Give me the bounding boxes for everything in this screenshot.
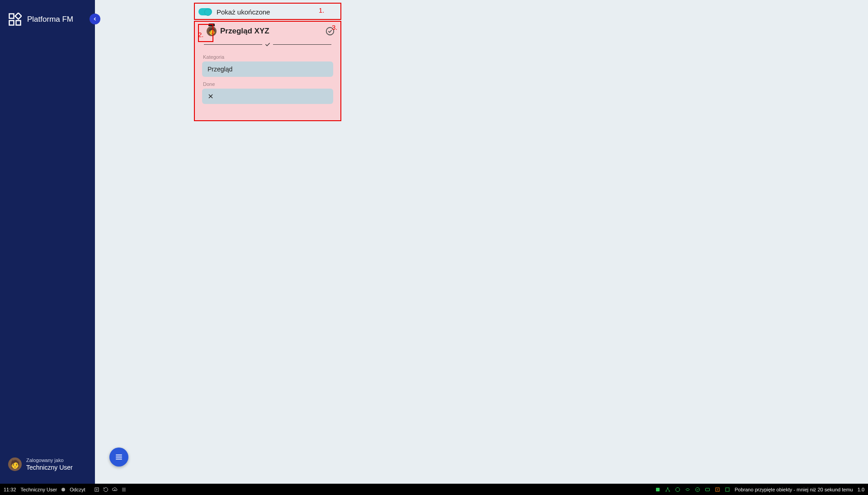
annotation-label-3: 3.: [332, 24, 338, 31]
status-dot-icon: [61, 488, 65, 491]
svg-line-21: [668, 488, 670, 490]
annotation-box-card: [194, 21, 341, 121]
sidebar-collapse-button[interactable]: [90, 14, 100, 24]
fab-menu-button[interactable]: [109, 448, 128, 467]
svg-rect-1: [9, 21, 14, 25]
logged-in-as-label: Zalogowany jako: [26, 457, 73, 463]
user-avatar-icon: 🧑: [8, 457, 22, 471]
status-bar: 11:32 Techniczny User Odczyt Pobrano prz…: [0, 484, 868, 495]
app-title: Platforma FM: [27, 15, 73, 24]
status-icon-5: [695, 487, 700, 492]
status-time: 11:32: [4, 487, 16, 492]
status-icon-8: [725, 487, 730, 492]
annotation-label-2: 2.: [198, 31, 204, 38]
svg-line-20: [666, 488, 668, 490]
logged-in-user-name: Techniczny User: [26, 464, 73, 471]
sidebar: Platforma FM 🧑 Zalogowany jako Techniczn…: [0, 0, 95, 484]
svg-point-19: [669, 490, 670, 491]
cloud-upload-icon[interactable]: [112, 487, 118, 492]
svg-rect-16: [656, 488, 660, 491]
annotation-label-1: 1.: [319, 6, 325, 14]
status-icon-4: [685, 487, 690, 492]
main-content: Pokaż ukończone 🧑 Przegląd XYZ Kategoria…: [95, 0, 868, 484]
svg-rect-2: [16, 21, 21, 25]
svg-point-22: [676, 487, 680, 491]
status-user: Techniczny User: [21, 487, 57, 492]
svg-point-18: [666, 490, 667, 491]
svg-point-17: [667, 487, 668, 488]
svg-rect-3: [15, 13, 21, 19]
status-mode: Odczyt: [70, 487, 85, 492]
status-message: Pobrano przypięte obiekty - mniej niż 20…: [735, 487, 853, 492]
status-left-icons: [94, 487, 127, 492]
sidebar-header: Platforma FM: [0, 0, 95, 39]
svg-rect-0: [9, 14, 14, 19]
refresh-icon[interactable]: [103, 487, 108, 492]
app-logo-icon: [8, 13, 22, 26]
svg-point-23: [696, 487, 700, 491]
list-icon[interactable]: [121, 487, 127, 492]
status-version: 1.0: [858, 487, 864, 492]
svg-rect-27: [726, 488, 729, 491]
svg-rect-24: [706, 488, 710, 491]
export-icon[interactable]: [94, 487, 99, 492]
status-icon-1: [655, 487, 660, 492]
sidebar-user-text: Zalogowany jako Techniczny User: [26, 457, 73, 471]
status-icon-6: [705, 487, 710, 492]
status-icon-7: [715, 487, 720, 492]
status-icon-2: [665, 487, 670, 492]
sidebar-user-block[interactable]: 🧑 Zalogowany jako Techniczny User: [0, 451, 95, 484]
status-icon-3: [675, 487, 680, 492]
